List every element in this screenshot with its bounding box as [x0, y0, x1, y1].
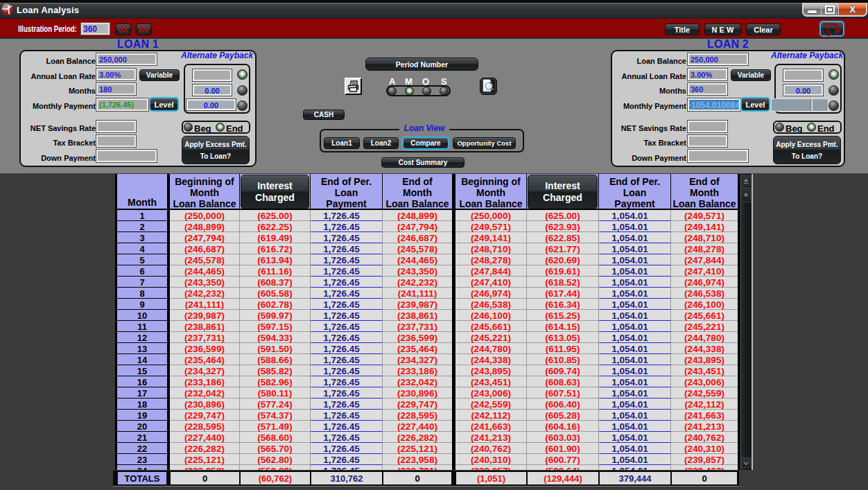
svg-text:3: 3	[825, 28, 833, 36]
